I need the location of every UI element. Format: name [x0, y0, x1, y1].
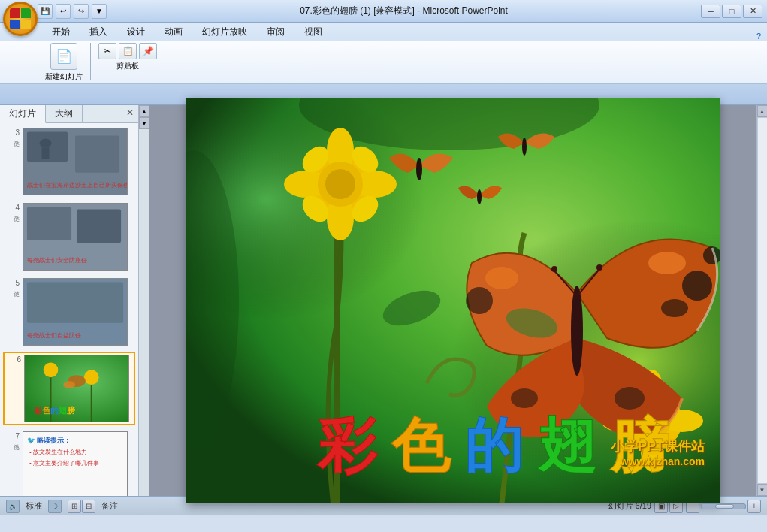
ribbon: 开始 插入 设计 动画 幻灯片放映 审阅 视图 ? 📄 新建幻灯片 ✂ 📋 📌 …	[0, 23, 767, 105]
svg-text:每尧战士们自益防任: 每尧战士们自益防任	[27, 333, 81, 340]
zoom-in-btn[interactable]: +	[747, 500, 761, 513]
svg-rect-4	[42, 147, 50, 159]
svg-point-17	[84, 370, 99, 385]
minimize-button[interactable]: ─	[701, 5, 720, 18]
svg-point-49	[648, 252, 686, 274]
svg-point-60	[551, 266, 557, 272]
svg-text:• 意文主要介绍了哪几件事: • 意文主要介绍了哪几件事	[29, 460, 99, 467]
office-logo	[10, 8, 31, 29]
slide-thumb-6: 彩色的翅膀	[24, 355, 129, 422]
slide-panel-scrollbar[interactable]: ▲ ▼	[139, 105, 149, 496]
tab-slides[interactable]: 幻灯片	[0, 105, 46, 123]
svg-rect-11	[27, 283, 123, 323]
slide-panel-tabs: 幻灯片 大纲 ✕	[0, 105, 138, 123]
svg-text:彩
          色
          的
    : 彩 色 的 翅 膀	[316, 413, 670, 479]
right-scroll-track[interactable]	[757, 117, 768, 484]
office-button[interactable]	[3, 2, 38, 36]
slide-thumb-5: 每尧战士们自益防任	[23, 278, 128, 346]
slide-number-5: 5跶	[5, 278, 20, 299]
svg-text:• 故文发生在什么地力: • 故文发生在什么地力	[29, 449, 87, 455]
svg-text:彩色的翅膀: 彩色的翅膀	[33, 406, 76, 415]
new-slide-button[interactable]: 📄	[50, 43, 77, 70]
svg-rect-8	[77, 210, 121, 243]
clipboard-label: 剪贴板	[98, 61, 157, 71]
svg-point-57	[571, 286, 583, 376]
help-button[interactable]: ?	[756, 32, 767, 41]
restore-button[interactable]: □	[722, 5, 741, 18]
slide-number-7: 7跶	[5, 431, 20, 452]
right-scrollbar: ▲ ▼	[756, 105, 767, 496]
zoom-slider[interactable]	[701, 503, 746, 509]
right-scroll-down[interactable]: ▼	[757, 484, 768, 496]
svg-rect-2	[75, 136, 119, 173]
tab-insert[interactable]: 插入	[80, 23, 117, 41]
statusbar-left: 🔊 标准 ☽ ⊞ ⊟ 备注	[6, 500, 118, 513]
tab-slideshow[interactable]: 幻灯片放映	[192, 23, 257, 41]
scroll-up-arrow[interactable]: ▲	[139, 105, 149, 117]
zoom-thumb	[715, 504, 734, 509]
customize-button[interactable]: ▼	[92, 4, 107, 19]
slide-content-svg: 彩 色 的 翅 膀	[186, 98, 720, 503]
cut-button[interactable]: ✂	[98, 43, 116, 59]
slide-item-6[interactable]: 6	[3, 352, 135, 425]
svg-point-51	[661, 299, 688, 317]
svg-point-55	[615, 387, 645, 410]
title-text: 07.彩色的翅膀 (1) [兼容模式] - Microsoft PowerPoi…	[107, 5, 701, 17]
view-mode-buttons: ⊞ ⊟	[68, 500, 95, 513]
slide-list: 3跶 战士们在宝海岸边沙土上自己所买保佐 4跶	[0, 123, 138, 496]
svg-point-62	[416, 158, 422, 180]
slide-panel: 幻灯片 大纲 ✕ 3跶 战士们在宝海岸边沙土上自己所买保佐	[0, 105, 139, 496]
tab-review[interactable]: 审阅	[257, 23, 294, 41]
slide-number-6: 6	[6, 355, 21, 365]
slide-canvas: 彩 色 的 翅 膀 小学PPT课件站 www.kjzhan.com	[186, 98, 720, 503]
tab-animation[interactable]: 动画	[155, 23, 192, 41]
paste-button[interactable]: 📌	[139, 43, 157, 59]
status-icon-1[interactable]: 🔊	[6, 500, 20, 513]
svg-point-16	[44, 363, 59, 378]
slide-item-4[interactable]: 4跶 每尧战士们安全防座任	[3, 201, 135, 272]
tab-home[interactable]: 开始	[42, 23, 80, 41]
notes-label: 备注	[101, 500, 118, 512]
svg-point-56	[511, 388, 538, 408]
undo-button[interactable]: ↩	[56, 4, 71, 19]
tab-outline[interactable]: 大纲	[46, 105, 83, 122]
zoom-label: 标准	[26, 500, 42, 512]
redo-button[interactable]: ↪	[74, 4, 89, 19]
slide-number-3: 3跶	[5, 128, 20, 149]
scroll-down-arrow[interactable]: ▼	[139, 117, 149, 129]
save-button[interactable]: 💾	[38, 4, 53, 19]
slide-thumb-7: 🐦 略读提示： • 故文发生在什么地力 • 意文主要介绍了哪几件事	[23, 431, 128, 496]
svg-point-63	[522, 138, 527, 156]
svg-point-54	[466, 287, 493, 314]
svg-point-53	[485, 267, 518, 289]
right-scroll-up[interactable]: ▲	[757, 105, 768, 117]
titlebar: 💾 ↩ ↪ ▼ 07.彩色的翅膀 (1) [兼容模式] - Microsoft …	[0, 0, 767, 23]
normal-view-button[interactable]: ⊞	[68, 500, 81, 513]
tab-view[interactable]: 视图	[294, 23, 332, 41]
svg-text:🐦 略读提示：: 🐦 略读提示：	[27, 436, 71, 445]
slide-view: 彩 色 的 翅 膀 小学PPT课件站 www.kjzhan.com	[149, 105, 756, 496]
main-area: 幻灯片 大纲 ✕ 3跶 战士们在宝海岸边沙土上自己所买保佐	[0, 105, 767, 496]
copy-button[interactable]: 📋	[119, 43, 137, 59]
svg-text:每尧战士们安全防座任: 每尧战士们安全防座任	[27, 258, 87, 264]
window-controls: ─ □ ✕	[701, 5, 767, 18]
slide-sorter-button[interactable]: ⊟	[82, 500, 95, 513]
svg-point-64	[477, 189, 482, 204]
svg-point-50	[682, 271, 712, 301]
panel-close-button[interactable]: ✕	[122, 105, 138, 122]
close-button[interactable]: ✕	[743, 5, 762, 18]
slide-item-5[interactable]: 5跶 每尧战士们自益防任	[3, 277, 135, 347]
svg-rect-7	[27, 207, 71, 240]
slide-item-7[interactable]: 7跶 🐦 略读提示： • 故文发生在什么地力 • 意文主要介绍了哪几件事	[3, 430, 135, 496]
slide-number-4: 4跶	[5, 203, 20, 224]
tab-design[interactable]: 设计	[117, 23, 155, 41]
moon-icon[interactable]: ☽	[48, 500, 62, 513]
slide-thumb-3: 战士们在宝海岸边沙土上自己所买保佐	[23, 128, 128, 195]
slide-item-3[interactable]: 3跶 战士们在宝海岸边沙土上自己所买保佐	[3, 126, 135, 197]
svg-point-3	[40, 138, 52, 147]
svg-point-19	[63, 381, 75, 388]
ribbon-content: 📄 新建幻灯片 ✂ 📋 📌 剪贴板	[0, 41, 767, 84]
svg-point-41	[325, 169, 355, 199]
new-slide-label: 新建幻灯片	[45, 71, 83, 82]
svg-point-61	[596, 264, 602, 271]
